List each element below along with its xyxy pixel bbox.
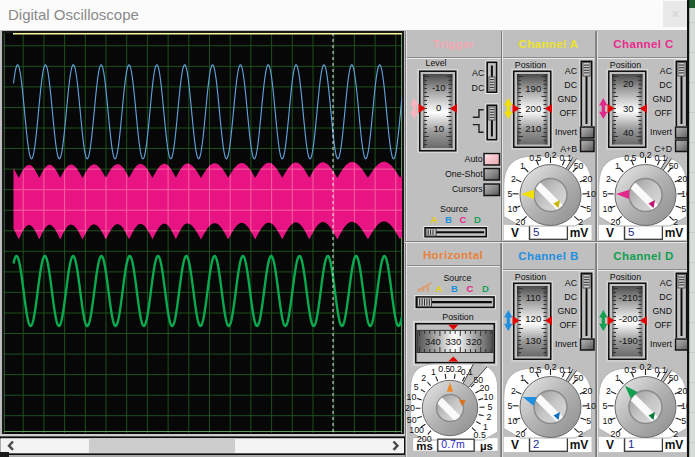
svg-text:100: 100 [409, 425, 424, 435]
svg-text:20: 20 [623, 78, 634, 89]
svg-text:10: 10 [603, 416, 613, 426]
svg-text:Level: Level [425, 58, 446, 68]
svg-text:0.2: 0.2 [639, 362, 651, 372]
svg-text:Position: Position [610, 272, 641, 282]
svg-text:B: B [451, 283, 458, 294]
svg-text:AC: AC [565, 278, 578, 288]
svg-text:0.5: 0.5 [529, 365, 541, 375]
svg-text:AC: AC [565, 66, 578, 76]
svg-text:V: V [511, 438, 519, 452]
svg-text:2: 2 [606, 174, 611, 184]
svg-text:20: 20 [583, 174, 593, 184]
svg-text:50: 50 [669, 161, 679, 171]
svg-text:1: 1 [431, 367, 436, 377]
svg-text:10: 10 [508, 416, 518, 426]
svg-text:0.1: 0.1 [655, 365, 667, 375]
svg-text:Position: Position [515, 272, 546, 282]
svg-text:B: B [445, 214, 452, 225]
svg-text:Channel A: Channel A [518, 38, 578, 50]
svg-text:0.2: 0.2 [639, 150, 651, 160]
svg-text:50: 50 [407, 415, 417, 425]
svg-text:10: 10 [508, 204, 518, 214]
svg-text:10: 10 [586, 401, 596, 411]
svg-text:Source: Source [443, 273, 471, 283]
svg-text:130: 130 [525, 335, 541, 346]
svg-text:AC: AC [660, 278, 673, 288]
svg-text:GND: GND [557, 306, 577, 316]
svg-text:2: 2 [421, 373, 426, 383]
svg-text:200: 200 [525, 103, 541, 114]
svg-text:Auto: Auto [465, 154, 483, 164]
svg-text:Channel B: Channel B [518, 250, 578, 262]
svg-text:mV: mV [665, 438, 684, 452]
svg-text:Channel C: Channel C [613, 38, 673, 50]
svg-text:OFF: OFF [654, 108, 672, 118]
svg-text:Position: Position [610, 60, 641, 70]
svg-text:0.1: 0.1 [461, 367, 473, 377]
svg-text:mV: mV [665, 226, 684, 240]
svg-text:10: 10 [603, 204, 613, 214]
svg-text:0.2: 0.2 [544, 362, 556, 372]
svg-text:20: 20 [583, 386, 593, 396]
svg-text:20: 20 [405, 403, 415, 413]
svg-text:DC: DC [472, 83, 485, 93]
svg-text:0.5: 0.5 [438, 364, 450, 374]
svg-text:DC: DC [659, 292, 672, 302]
svg-text:2: 2 [511, 174, 516, 184]
svg-text:1: 1 [615, 161, 620, 171]
svg-text:OFF: OFF [559, 108, 577, 118]
svg-text:10: 10 [484, 392, 494, 402]
svg-text:5: 5 [603, 189, 608, 199]
svg-text:A: A [431, 214, 438, 225]
svg-text:5: 5 [681, 204, 686, 214]
svg-text:1: 1 [520, 161, 525, 171]
svg-text:5: 5 [533, 226, 539, 238]
svg-text:50: 50 [574, 373, 584, 383]
svg-text:Channel D: Channel D [613, 250, 673, 262]
svg-text:ms: ms [416, 440, 433, 452]
svg-text:210: 210 [525, 123, 541, 134]
svg-text:2: 2 [511, 386, 516, 396]
svg-text:5: 5 [603, 401, 608, 411]
svg-text:0.2: 0.2 [544, 150, 556, 160]
svg-text:5: 5 [586, 416, 591, 426]
svg-text:20: 20 [678, 386, 688, 396]
svg-text:120: 120 [525, 313, 541, 324]
svg-text:5: 5 [586, 204, 591, 214]
svg-text:V: V [511, 226, 519, 240]
svg-text:0.1: 0.1 [560, 365, 572, 375]
svg-text:C: C [460, 214, 467, 225]
svg-text:AC: AC [472, 68, 485, 78]
svg-text:1: 1 [520, 373, 525, 383]
svg-text:AC: AC [660, 66, 673, 76]
svg-text:-210: -210 [619, 292, 638, 303]
svg-text:DC: DC [659, 80, 672, 90]
svg-text:One-Shot: One-Shot [445, 169, 483, 179]
svg-text:5: 5 [414, 382, 419, 392]
svg-text:40: 40 [623, 127, 634, 138]
svg-text:5: 5 [628, 226, 634, 238]
svg-text:µs: µs [480, 440, 493, 452]
svg-text:Invert: Invert [650, 339, 673, 349]
svg-text:Cursors: Cursors [452, 184, 483, 194]
svg-text:10: 10 [433, 123, 444, 134]
svg-text:2: 2 [533, 438, 539, 450]
svg-text:Source: Source [440, 204, 468, 214]
svg-text:GND: GND [557, 94, 577, 104]
svg-text:D: D [474, 214, 481, 225]
svg-text:30: 30 [623, 103, 634, 114]
svg-text:Invert: Invert [650, 127, 673, 137]
svg-text:-10: -10 [432, 82, 446, 93]
svg-text:OFF: OFF [654, 320, 672, 330]
svg-text:1: 1 [628, 438, 634, 450]
svg-text:OFF: OFF [559, 320, 577, 330]
svg-text:10: 10 [407, 392, 417, 402]
svg-text:-190: -190 [619, 335, 638, 346]
svg-text:1: 1 [615, 373, 620, 383]
svg-text:V: V [606, 226, 614, 240]
svg-text:Trigger: Trigger [433, 38, 475, 50]
svg-text:190: 190 [525, 83, 541, 94]
svg-text:0.1: 0.1 [655, 153, 667, 163]
svg-text:0.5: 0.5 [529, 153, 541, 163]
svg-text:mV: mV [570, 226, 589, 240]
